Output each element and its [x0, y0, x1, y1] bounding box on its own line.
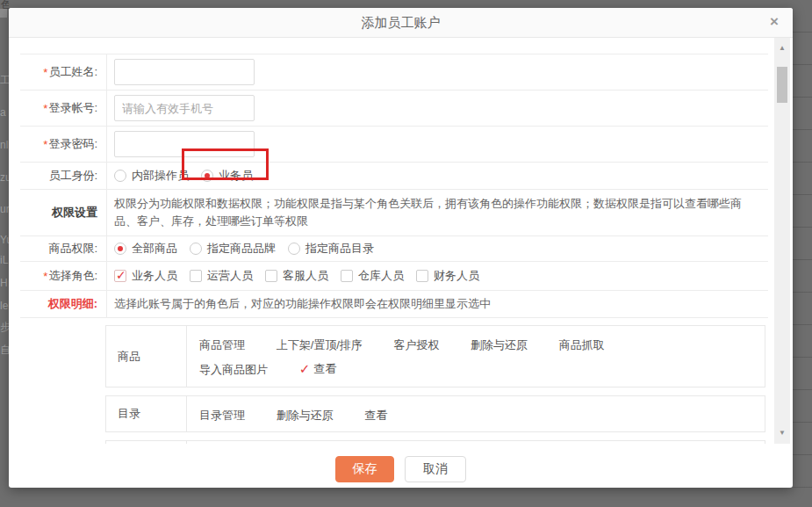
- radio-specified-catalog[interactable]: 指定商品目录: [288, 241, 374, 257]
- perm-group-goods: 商品 商品管理 上下架/置顶/排序 客户授权 删除与还原 商品抓取 导入商品图片: [105, 325, 765, 387]
- backdrop-fragment: zu: [0, 171, 9, 184]
- checkbox-checked-icon: [114, 270, 126, 282]
- radio-selected-icon: [114, 243, 126, 255]
- login-account-label: *登录帐号:: [20, 91, 107, 126]
- backdrop-fragment: H: [0, 277, 8, 289]
- scroll-up-arrow-icon[interactable]: ▲: [774, 41, 790, 55]
- radio-icon: [114, 170, 126, 182]
- scroll-down-arrow-icon[interactable]: ▼: [774, 426, 790, 440]
- dialog-title: 添加员工账户: [9, 8, 793, 38]
- perm-item[interactable]: 商品管理: [199, 333, 245, 357]
- checkbox-warehouse-staff[interactable]: 仓库人员: [341, 268, 404, 284]
- row-login-password: *登录密码:: [20, 127, 768, 163]
- row-employee-name: *员工姓名:: [20, 54, 768, 91]
- dialog-footer: 保存 取消: [9, 444, 793, 488]
- permission-settings-label: 权限设置: [20, 190, 107, 235]
- backdrop-fragment: 工: [0, 73, 9, 88]
- checkbox-icon: [265, 270, 277, 282]
- form: *员工姓名: *登录帐号: *登录密码: 员工身份: 内部操作员 业务员: [20, 54, 768, 444]
- perm-group-catalog: 目录 目录管理 删除与还原 查看: [105, 395, 765, 432]
- perm-group-name: 目录: [106, 396, 187, 431]
- required-asterisk: *: [43, 102, 47, 115]
- backdrop-fragment: le: [0, 300, 8, 312]
- backdrop-fragment: nl: [0, 139, 8, 151]
- product-permission-label: 商品权限:: [20, 236, 107, 261]
- row-login-account: *登录帐号:: [20, 91, 768, 127]
- scrollbar[interactable]: ▲ ▼: [774, 38, 790, 444]
- backdrop-right-strip: [793, 0, 812, 507]
- perm-group-name: 规格: [106, 441, 187, 444]
- checkbox-operations-staff[interactable]: 运营人员: [190, 268, 253, 284]
- perm-item[interactable]: 目录管理: [199, 403, 245, 427]
- radio-salesman[interactable]: 业务员: [201, 168, 253, 184]
- backdrop-fragment: Yu: [0, 234, 9, 246]
- radio-internal-operator[interactable]: 内部操作员: [114, 168, 189, 184]
- perm-item[interactable]: 客户授权: [393, 333, 439, 357]
- employee-name-input[interactable]: [114, 59, 255, 85]
- perm-item[interactable]: 删除与还原: [277, 403, 334, 427]
- backdrop-fragment: 步: [0, 320, 9, 335]
- checkbox-icon: [416, 270, 428, 282]
- row-product-permission: 商品权限: 全部商品 指定商品品牌 指定商品目录: [20, 236, 768, 262]
- row-employee-identity: 员工身份: 内部操作员 业务员: [20, 163, 768, 190]
- radio-all-products[interactable]: 全部商品: [114, 241, 177, 257]
- perm-group-name: 商品: [106, 326, 187, 387]
- login-account-input[interactable]: [114, 95, 255, 121]
- perm-item[interactable]: 导入商品图片: [199, 358, 268, 381]
- radio-icon: [190, 243, 202, 255]
- required-asterisk: *: [43, 270, 47, 283]
- login-password-input[interactable]: [114, 131, 255, 157]
- radio-specified-brands[interactable]: 指定商品品牌: [190, 241, 276, 257]
- perm-item-checked[interactable]: ✓查看: [299, 357, 337, 380]
- select-roles-label: *选择角色:: [20, 262, 107, 290]
- backdrop-fragment: un: [0, 203, 9, 215]
- dialog-scroll-area: *员工姓名: *登录帐号: *登录密码: 员工身份: 内部操作员 业务员: [9, 38, 793, 444]
- permission-detail-tables: 商品 商品管理 上下架/置顶/排序 客户授权 删除与还原 商品抓取 导入商品图片: [20, 318, 768, 444]
- checkbox-finance-staff[interactable]: 财务人员: [416, 268, 479, 284]
- backdrop-remnant-block: [0, 9, 7, 18]
- perm-item[interactable]: 查看: [364, 403, 387, 427]
- checkbox-sales-staff[interactable]: 业务人员: [114, 268, 177, 284]
- employee-name-label: *员工姓名:: [20, 54, 107, 90]
- login-password-label: *登录密码:: [20, 127, 107, 162]
- perm-item[interactable]: 删除与还原: [471, 333, 528, 357]
- row-permission-intro: 权限设置 权限分为功能权限和数据权限；功能权限是指与某个角色关联后，拥有该角色的…: [20, 190, 768, 236]
- dialog-header: 添加员工账户 ×: [9, 8, 793, 38]
- radio-icon: [288, 243, 300, 255]
- cancel-button[interactable]: 取消: [405, 456, 466, 482]
- checkbox-icon: [190, 270, 202, 282]
- row-select-roles: *选择角色: 业务人员 运营人员 客服人员 仓库人员 财务人员: [20, 262, 768, 291]
- scrollbar-thumb[interactable]: [777, 67, 787, 103]
- employee-identity-label: 员工身份:: [20, 163, 107, 189]
- perm-group-spec: 规格 规格管理 删除与还原 查看: [105, 440, 765, 444]
- required-asterisk: *: [43, 66, 47, 79]
- permission-intro-text: 权限分为功能权限和数据权限；功能权限是指与某个角色关联后，拥有该角色的操作功能权…: [114, 195, 761, 230]
- backdrop-fragment: a: [0, 106, 6, 119]
- radio-selected-icon: [201, 170, 213, 182]
- red-check-icon: ✓: [299, 357, 311, 380]
- backdrop-left-strip: 色权限 工 a nl zu un Yu iL H le 步 自: [0, 0, 9, 507]
- row-permission-detail: 权限明细: 选择此账号属于的角色后，对应的功能操作权限即会在权限明细里显示选中: [20, 291, 768, 318]
- checkbox-icon: [341, 270, 353, 282]
- perm-item[interactable]: 商品抓取: [559, 333, 605, 357]
- add-employee-dialog: 添加员工账户 × *员工姓名: *登录帐号: *登录密码: 员工身份:: [9, 8, 793, 488]
- required-asterisk: *: [43, 138, 47, 151]
- permission-detail-label: 权限明细:: [20, 291, 107, 317]
- backdrop-fragment: 自: [0, 343, 9, 358]
- permission-detail-text: 选择此账号属于的角色后，对应的功能操作权限即会在权限明细里显示选中: [114, 295, 491, 313]
- perm-item[interactable]: 上下架/置顶/排序: [277, 333, 363, 357]
- close-icon[interactable]: ×: [763, 8, 786, 38]
- save-button[interactable]: 保存: [335, 456, 394, 482]
- backdrop-fragment: iL: [0, 254, 8, 266]
- checkbox-service-staff[interactable]: 客服人员: [265, 268, 328, 284]
